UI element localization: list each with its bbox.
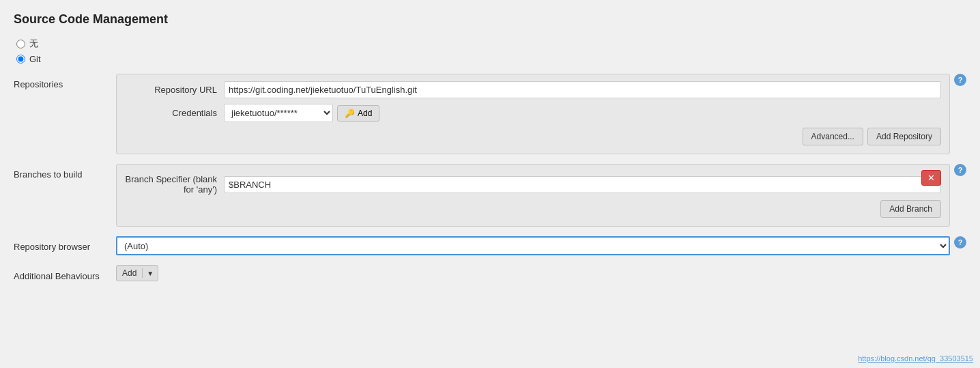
radio-group: 无 Git: [16, 38, 966, 64]
repo-browser-help-icon[interactable]: ?: [954, 236, 966, 249]
delete-icon: ✕: [927, 173, 935, 183]
branches-buttons-row: Add Branch: [125, 200, 941, 218]
radio-none[interactable]: 无: [16, 38, 966, 50]
advanced-button[interactable]: Advanced...: [803, 128, 863, 145]
add-credentials-label: Add: [358, 109, 372, 118]
repositories-label: Repositories: [14, 74, 116, 89]
additional-behaviours-section: Additional Behaviours Add ▼: [14, 265, 966, 281]
add-behaviour-button[interactable]: Add ▼: [116, 265, 158, 281]
radio-git-input[interactable]: [16, 55, 25, 63]
branches-label: Branches to build: [14, 164, 116, 180]
repo-browser-label: Repository browser: [14, 236, 116, 252]
watermark: https://blog.csdn.net/qq_33503515: [858, 354, 973, 363]
repo-url-row: Repository URL: [125, 81, 941, 98]
add-branch-button[interactable]: Add Branch: [880, 200, 941, 218]
radio-none-label: 无: [29, 38, 38, 50]
page-title: Source Code Management: [14, 12, 966, 27]
branches-content-wrapper: ✕ Branch Specifier (blank for 'any') Add…: [116, 164, 966, 227]
radio-git-label: Git: [29, 54, 41, 64]
credentials-row: Credentials jieketuotuo/****** 🔑 Add: [125, 104, 941, 122]
branches-help-icon[interactable]: ?: [954, 164, 966, 176]
branch-specifier-input[interactable]: [224, 176, 941, 193]
branches-section: Branches to build ✕ Branch Specifier (bl…: [14, 164, 966, 227]
credentials-controls: jieketuotuo/****** 🔑 Add: [224, 104, 379, 122]
delete-branch-button[interactable]: ✕: [921, 170, 941, 186]
radio-git[interactable]: Git: [16, 54, 966, 64]
repo-url-input[interactable]: [224, 81, 941, 98]
repo-url-label: Repository URL: [125, 85, 224, 95]
add-behaviour-label: Add: [117, 268, 143, 278]
credentials-label: Credentials: [125, 108, 224, 118]
key-icon: 🔑: [345, 109, 355, 118]
repositories-section: Repositories Repository URL Credentials …: [14, 74, 966, 154]
repo-browser-select[interactable]: (Auto): [116, 236, 950, 255]
repositories-help-icon[interactable]: ?: [954, 74, 966, 86]
additional-behaviours-label: Additional Behaviours: [14, 266, 116, 281]
credentials-select[interactable]: jieketuotuo/******: [224, 104, 333, 122]
repositories-content-wrapper: Repository URL Credentials jieketuotuo/*…: [116, 74, 966, 154]
add-repository-button[interactable]: Add Repository: [867, 128, 941, 145]
branches-content: ✕ Branch Specifier (blank for 'any') Add…: [116, 164, 950, 227]
branch-specifier-label: Branch Specifier (blank for 'any'): [125, 174, 224, 195]
add-credentials-button[interactable]: 🔑 Add: [337, 105, 379, 122]
repo-buttons-row: Advanced... Add Repository: [125, 128, 941, 145]
radio-none-input[interactable]: [16, 40, 25, 48]
branch-specifier-row: Branch Specifier (blank for 'any'): [125, 171, 941, 195]
repositories-content: Repository URL Credentials jieketuotuo/*…: [116, 74, 950, 154]
repo-browser-content-wrapper: (Auto) ?: [116, 236, 966, 255]
chevron-down-icon: ▼: [143, 270, 158, 277]
repo-browser-section: Repository browser (Auto) ?: [14, 236, 966, 255]
